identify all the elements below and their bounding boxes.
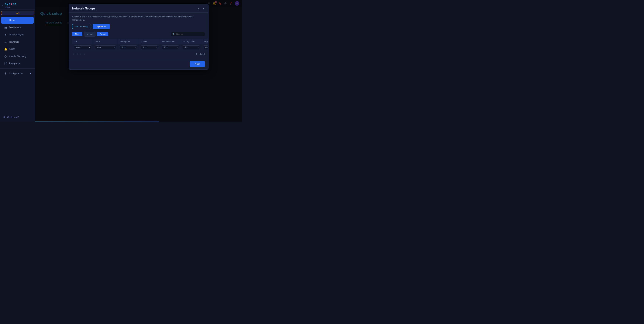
main-content: ⊞ 🔔 9 🔖 ⚙ ❓ A Quick setup Network Groups… bbox=[35, 0, 242, 122]
data-table: cidr name description private locationNa… bbox=[72, 39, 208, 50]
table-row: subnet range host st bbox=[72, 44, 208, 50]
sidebar-item-label: Raw Data bbox=[9, 41, 19, 43]
logo-wrap: syc●pe Tenant bbox=[5, 2, 16, 8]
sidebar-item-quick-analysis[interactable]: ◈ Quick Analysis bbox=[1, 31, 34, 38]
app-logo: syc●pe bbox=[5, 2, 16, 6]
country-select-wrapper: string bbox=[183, 46, 200, 49]
sidebar: ‹ syc●pe Tenant ⚠ 5 ⌂ Home ▦ Dashboards bbox=[0, 0, 35, 122]
search-box: 🔍 bbox=[171, 32, 205, 36]
desc-select-wrapper: string bbox=[120, 46, 137, 49]
alert-icon: ⚠ bbox=[16, 12, 18, 14]
search-input[interactable] bbox=[171, 32, 205, 36]
expand-button[interactable]: ⤢ bbox=[197, 7, 200, 11]
col-cidr: cidr bbox=[72, 39, 93, 44]
tenant-label: Tenant bbox=[5, 6, 10, 8]
pagination-controls: « ‹ › » bbox=[72, 52, 86, 56]
chevron-down-icon: ▾ bbox=[30, 73, 31, 74]
private-type-select[interactable]: string bbox=[141, 46, 158, 49]
tab-import-csv[interactable]: Import CSV bbox=[92, 24, 110, 29]
playground-icon: ⛓ bbox=[4, 62, 7, 65]
location-select-wrapper: string bbox=[162, 46, 179, 49]
sidebar-item-label: Playground bbox=[9, 62, 20, 65]
page-next-button[interactable]: › bbox=[80, 52, 82, 56]
pagination-info: 0 – 0 of 0 bbox=[196, 53, 205, 55]
next-button[interactable]: Next bbox=[190, 61, 205, 67]
nav-divider bbox=[0, 68, 35, 69]
pagination-bar: « ‹ › » 0 – 0 of 0 bbox=[72, 50, 205, 56]
sidebar-item-playground[interactable]: ⛓ Playground bbox=[1, 60, 34, 67]
search-icon: 🔍 bbox=[172, 33, 175, 35]
modal-toolbar: New Import Export 🔍 bbox=[72, 32, 205, 37]
network-groups-modal: Network Groups ⤢ ✕ A network group is a … bbox=[68, 4, 208, 70]
page-prev-button[interactable]: ‹ bbox=[76, 52, 79, 56]
sidebar-item-alerts[interactable]: 🔔 Alerts bbox=[1, 46, 34, 52]
close-button[interactable]: ✕ bbox=[202, 7, 205, 11]
sidebar-item-label: Configuration bbox=[9, 72, 22, 75]
cell-country-type: string bbox=[181, 44, 202, 50]
nav-items: ⌂ Home ▦ Dashboards ◈ Quick Analysis ☰ R… bbox=[0, 17, 35, 77]
tab-add-manually[interactable]: Add manually bbox=[72, 24, 91, 29]
alert-badge[interactable]: ⚠ 5 bbox=[1, 11, 34, 15]
sidebar-item-home[interactable]: ⌂ Home bbox=[1, 17, 34, 24]
modal-overlay: Network Groups ⤢ ✕ A network group is a … bbox=[35, 0, 242, 122]
col-longitude: longitude bbox=[202, 39, 208, 44]
sidebar-bottom: ◉ What's new? bbox=[0, 112, 35, 122]
sidebar-item-label: Home bbox=[9, 19, 15, 22]
modal-title: Network Groups bbox=[72, 7, 96, 10]
sidebar-item-label: Dashboards bbox=[9, 26, 21, 29]
page-last-button[interactable]: » bbox=[83, 52, 86, 56]
cell-cidr-type: subnet range host bbox=[72, 44, 93, 50]
whats-new-label: What's new? bbox=[7, 116, 19, 118]
app-wrapper: ‹ syc●pe Tenant ⚠ 5 ⌂ Home ▦ Dashboards bbox=[0, 0, 242, 122]
col-country-code: countryCode bbox=[181, 39, 202, 44]
name-type-select[interactable]: string bbox=[95, 46, 116, 49]
back-icon[interactable]: ‹ bbox=[2, 4, 3, 7]
modal-header: Network Groups ⤢ ✕ bbox=[69, 4, 208, 13]
longitude-select-wrapper: double bbox=[204, 46, 208, 49]
modal-description: A network group is a collection of hosts… bbox=[72, 15, 205, 21]
alerts-icon: 🔔 bbox=[4, 48, 7, 51]
cidr-type-select[interactable]: subnet range host bbox=[74, 46, 91, 49]
sidebar-item-label: Alerts bbox=[9, 48, 15, 50]
name-select-wrapper: string bbox=[95, 46, 116, 49]
whats-new-icon: ◉ bbox=[4, 116, 5, 118]
home-icon: ⌂ bbox=[4, 19, 7, 22]
raw-data-icon: ☰ bbox=[4, 40, 7, 43]
sidebar-item-configuration[interactable]: ⚙ Configuration ▾ bbox=[1, 70, 34, 77]
cell-description-type: string bbox=[118, 44, 139, 50]
longitude-type-select[interactable]: double bbox=[204, 46, 208, 49]
alert-count: 5 bbox=[18, 12, 20, 14]
cell-name-type: string bbox=[93, 44, 118, 50]
country-type-select[interactable]: string bbox=[183, 46, 200, 49]
sidebar-item-label: Quick Analysis bbox=[9, 33, 24, 36]
import-button[interactable]: Import bbox=[84, 32, 96, 37]
assets-icon: ◎ bbox=[4, 55, 7, 58]
cell-longitude-type: double bbox=[202, 44, 208, 50]
sidebar-top: ‹ syc●pe Tenant bbox=[0, 0, 35, 10]
cell-location-type: string bbox=[160, 44, 181, 50]
cell-private-type: string bbox=[139, 44, 160, 50]
export-button[interactable]: Export bbox=[97, 32, 108, 36]
description-type-select[interactable]: string bbox=[120, 46, 137, 49]
sidebar-item-label: Assets Discovery bbox=[9, 55, 26, 58]
modal-header-actions: ⤢ ✕ bbox=[197, 7, 205, 11]
col-name: name bbox=[93, 39, 118, 44]
config-icon: ⚙ bbox=[4, 72, 7, 75]
page-first-button[interactable]: « bbox=[72, 52, 76, 56]
table-header: cidr name description private locationNa… bbox=[72, 39, 208, 44]
col-description: description bbox=[118, 39, 139, 44]
location-type-select[interactable]: string bbox=[162, 46, 179, 49]
private-select-wrapper: string bbox=[141, 46, 158, 49]
quick-analysis-icon: ◈ bbox=[4, 33, 7, 36]
table-body: subnet range host st bbox=[72, 44, 208, 50]
col-location-name: locationName bbox=[160, 39, 181, 44]
sidebar-item-dashboards[interactable]: ▦ Dashboards bbox=[1, 24, 34, 31]
sidebar-item-assets-discovery[interactable]: ◎ Assets Discovery bbox=[1, 53, 34, 60]
modal-tab-bar: Add manually Import CSV bbox=[72, 24, 205, 29]
whats-new-button[interactable]: ◉ What's new? bbox=[2, 114, 33, 120]
modal-body: A network group is a collection of hosts… bbox=[69, 13, 208, 59]
dashboard-icon: ▦ bbox=[4, 26, 7, 29]
col-private: private bbox=[139, 39, 160, 44]
new-button[interactable]: New bbox=[72, 32, 82, 36]
sidebar-item-raw-data[interactable]: ☰ Raw Data bbox=[1, 39, 34, 45]
